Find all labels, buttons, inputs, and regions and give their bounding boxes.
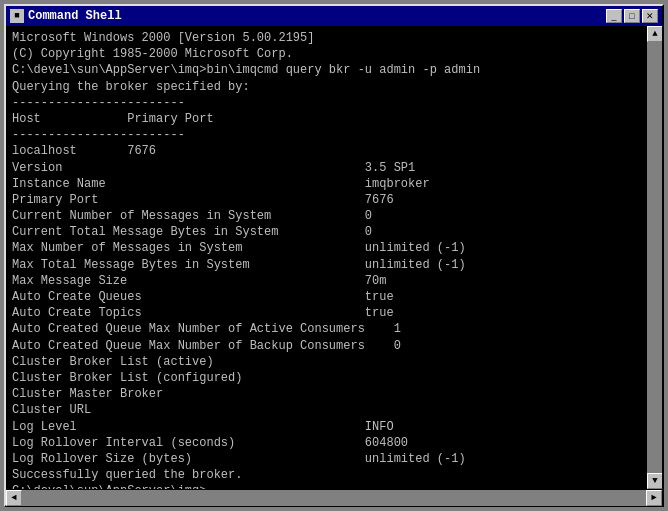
scroll-track (647, 42, 662, 473)
terminal-line: Max Message Size 70m (12, 273, 640, 289)
terminal-line: Auto Created Queue Max Number of Backup … (12, 338, 640, 354)
horizontal-scroll-track (22, 490, 646, 506)
terminal-line: Successfully queried the broker. (12, 467, 640, 483)
terminal-line: localhost 7676 (12, 143, 640, 159)
terminal-line: (C) Copyright 1985-2000 Microsoft Corp. (12, 46, 640, 62)
terminal-line: ------------------------ (12, 127, 640, 143)
scroll-left-button[interactable]: ◄ (6, 490, 22, 506)
title-bar-left: ■ Command Shell (10, 9, 122, 23)
scroll-right-button[interactable]: ► (646, 490, 662, 506)
maximize-button[interactable]: □ (624, 9, 640, 23)
scroll-up-button[interactable]: ▲ (647, 26, 662, 42)
scroll-down-button[interactable]: ▼ (647, 473, 662, 489)
minimize-button[interactable]: _ (606, 9, 622, 23)
title-bar: ■ Command Shell _ □ ✕ (6, 6, 662, 26)
terminal-line: Log Level INFO (12, 419, 640, 435)
terminal-line: Log Rollover Interval (seconds) 604800 (12, 435, 640, 451)
terminal-line: Auto Create Queues true (12, 289, 640, 305)
terminal-line: Microsoft Windows 2000 [Version 5.00.219… (12, 30, 640, 46)
main-area: Microsoft Windows 2000 [Version 5.00.219… (6, 26, 662, 489)
terminal-line: Primary Port 7676 (12, 192, 640, 208)
close-button[interactable]: ✕ (642, 9, 658, 23)
terminal-line: Auto Create Topics true (12, 305, 640, 321)
terminal-line: Auto Created Queue Max Number of Active … (12, 321, 640, 337)
title-buttons: _ □ ✕ (606, 9, 658, 23)
terminal-line: Host Primary Port (12, 111, 640, 127)
vertical-scrollbar[interactable]: ▲ ▼ (646, 26, 662, 489)
terminal-line: Instance Name imqbroker (12, 176, 640, 192)
terminal-line: Max Number of Messages in System unlimit… (12, 240, 640, 256)
terminal-line: Max Total Message Bytes in System unlimi… (12, 257, 640, 273)
terminal-line: Log Rollover Size (bytes) unlimited (-1) (12, 451, 640, 467)
terminal-line: Cluster URL (12, 402, 640, 418)
terminal-line: Cluster Broker List (active) (12, 354, 640, 370)
terminal-line: Current Total Message Bytes in System 0 (12, 224, 640, 240)
horizontal-scrollbar[interactable]: ◄ ► (6, 489, 662, 505)
terminal-line: C:\devel\sun\AppServer\imq>bin\imqcmd qu… (12, 62, 640, 78)
terminal-line: Cluster Master Broker (12, 386, 640, 402)
terminal-line: Version 3.5 SP1 (12, 160, 640, 176)
window-icon: ■ (10, 9, 24, 23)
command-shell-window: ■ Command Shell _ □ ✕ Microsoft Windows … (4, 4, 664, 507)
terminal-line: Cluster Broker List (configured) (12, 370, 640, 386)
window-title: Command Shell (28, 9, 122, 23)
terminal-line: Querying the broker specified by: (12, 79, 640, 95)
terminal-content[interactable]: Microsoft Windows 2000 [Version 5.00.219… (6, 26, 646, 489)
terminal-line: ------------------------ (12, 95, 640, 111)
terminal-line: Current Number of Messages in System 0 (12, 208, 640, 224)
